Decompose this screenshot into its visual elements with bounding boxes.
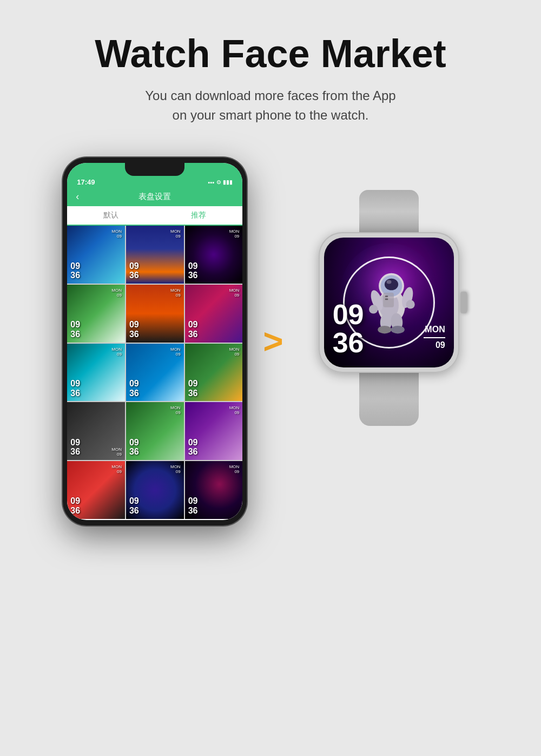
wifi-icon: ▪▪▪ [208, 179, 215, 186]
phone-screen: 17:49 ▪▪▪ ⊙ ▮▮▮ ‹ 表盘设置 默认 推荐 [67, 163, 242, 520]
phone-time: 17:49 [77, 178, 95, 186]
arrow-symbol: > [263, 321, 283, 361]
watch-face-cell[interactable]: 0936MON09 [185, 402, 243, 460]
watch-minute: 36 [333, 328, 364, 357]
watch-crown-button[interactable] [460, 292, 467, 313]
watch-face-cell[interactable]: 0936MON09 [126, 226, 184, 284]
watch-time: 09 36 [333, 300, 364, 357]
phone-nav-bar: ‹ 表盘设置 [67, 187, 242, 206]
watch-face-cell[interactable]: 0936MON09 [185, 461, 243, 519]
watch-face-cell[interactable]: 0936MON09 [67, 461, 125, 519]
tab-bar: 默认 推荐 [67, 206, 242, 226]
watch-face-cell[interactable]: 0936MON09 [126, 461, 184, 519]
phone-notch [125, 163, 184, 176]
phone-body: 17:49 ▪▪▪ ⊙ ▮▮▮ ‹ 表盘设置 默认 推荐 [63, 157, 247, 525]
watch-date-num: 09 [424, 339, 445, 351]
watch-date: MON 09 [424, 324, 445, 351]
watch-hour: 09 [333, 300, 364, 328]
tab-default[interactable]: 默认 [67, 206, 155, 225]
phone: 17:49 ▪▪▪ ⊙ ▮▮▮ ‹ 表盘设置 默认 推荐 [63, 157, 247, 525]
page-title: Watch Face Market [95, 32, 446, 75]
watch-face-cell[interactable]: 0936MON09 [67, 285, 125, 343]
back-button[interactable]: ‹ [76, 191, 79, 202]
status-icons: ▪▪▪ ⊙ ▮▮▮ [208, 179, 233, 186]
watch-day: MON [424, 324, 445, 336]
nav-title: 表盘设置 [138, 192, 171, 202]
watch-face-cell[interactable]: 0936MON09 [126, 344, 184, 402]
watch-face-cell[interactable]: 0936MON09 [67, 226, 125, 284]
watch-band-bottom [359, 372, 419, 426]
smartwatch: 09 36 MON 09 [300, 190, 478, 493]
devices-container: 17:49 ▪▪▪ ⊙ ▮▮▮ ‹ 表盘设置 默认 推荐 [22, 157, 519, 525]
watch-face-cell[interactable]: 0936MON09 [67, 344, 125, 402]
watch-date-line [424, 337, 445, 338]
arrow: > [263, 321, 283, 361]
watch-face-cell[interactable]: 0936MON09 [126, 402, 184, 460]
watch-screen: 09 36 MON 09 [324, 238, 454, 367]
watch-face-cell[interactable]: 0936MON09 [185, 285, 243, 343]
watch-body: 09 36 MON 09 [319, 232, 459, 373]
wifi-symbol: ⊙ [216, 179, 221, 185]
watch-face-cell[interactable]: 0936MON09 [126, 285, 184, 343]
watch-band-top [359, 190, 419, 233]
tab-recommended[interactable]: 推荐 [155, 206, 242, 226]
watch-face-cell[interactable]: 0936MON09 [185, 226, 243, 284]
watch-face-cell[interactable]: 0936MON09 [185, 344, 243, 402]
page-subtitle: You can download more faces from the App… [145, 86, 395, 125]
battery-icon: ▮▮▮ [223, 179, 233, 185]
watch-face-cell[interactable]: 0936MON09 [67, 402, 125, 460]
watch-faces-grid: 0936MON090936MON090936MON090936MON090936… [67, 226, 242, 518]
